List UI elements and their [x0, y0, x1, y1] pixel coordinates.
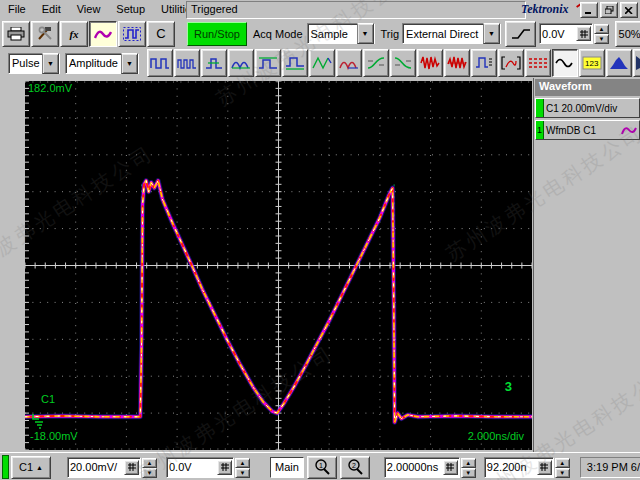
meas-frequency-button[interactable]	[228, 49, 254, 77]
trig-level-stepper: ▲ ▼	[594, 24, 609, 43]
pos-width-icon	[150, 55, 170, 71]
amplitude-icon	[312, 55, 332, 71]
pulse-params-icon	[474, 55, 494, 71]
menu-view[interactable]: View	[69, 1, 109, 18]
acq-mode-select[interactable]: Sample ▼	[307, 23, 375, 44]
vertical-scale-stepper: ▲ ▼	[142, 458, 157, 477]
meas-jitter-pp-button[interactable]	[444, 49, 470, 77]
graticule: 182.0mV -18.00mV 2.000ns/div 3 C1	[25, 81, 532, 450]
meas-burst-width-button[interactable]	[174, 49, 200, 77]
fall-time-icon	[393, 55, 413, 71]
measure-type-select[interactable]: Amplitude ▼	[65, 53, 139, 74]
trig-level-field[interactable]: 0.0V	[539, 23, 593, 44]
spin-down-button[interactable]: ▼	[235, 468, 250, 478]
keypad-icon[interactable]	[124, 460, 139, 475]
vertical-offset-field[interactable]: 0.0V	[166, 457, 234, 478]
spin-down-button[interactable]: ▼	[594, 34, 609, 44]
channel-scale-button[interactable]: C1 20.00mV/div	[535, 98, 640, 118]
restore-button[interactable]	[600, 2, 618, 18]
keypad-icon[interactable]	[537, 460, 552, 475]
keypad-icon[interactable]	[217, 460, 232, 475]
ground-icon	[31, 413, 47, 429]
counter-icon: 123	[582, 55, 602, 71]
trig-slope-icon	[511, 28, 531, 40]
histogram-icon	[609, 55, 629, 71]
acq-mode-label: Acq Mode	[253, 28, 303, 40]
spin-down-button[interactable]: ▼	[142, 468, 157, 478]
chevron-down-icon[interactable]: ▼	[121, 53, 138, 74]
display-mode-group: 123	[524, 49, 640, 77]
meas-cycle-button[interactable]	[336, 49, 362, 77]
menu-file[interactable]: File	[0, 1, 34, 18]
display-vectors-button[interactable]	[525, 49, 551, 77]
display-histogram-button[interactable]	[606, 49, 632, 77]
trig-source-select[interactable]: External Direct ▼	[402, 23, 501, 44]
menu-edit[interactable]: Edit	[34, 1, 69, 18]
gated-waveform-icon	[501, 55, 521, 71]
spin-up-button[interactable]: ▲	[555, 458, 570, 468]
waveform-style-button[interactable]	[89, 21, 117, 47]
display-vert-histogram-button[interactable]	[633, 49, 640, 77]
tektronix-logo: Tektronix	[521, 2, 581, 17]
cursors-button[interactable]: C	[147, 21, 175, 47]
trig-label: Trig	[381, 28, 400, 40]
chevron-down-icon[interactable]: ▼	[357, 23, 374, 44]
math-button[interactable]: fx	[60, 21, 88, 47]
zoom1-button[interactable]: 1	[307, 456, 337, 479]
spin-down-button[interactable]: ▼	[555, 468, 570, 478]
horizontal-scale-field[interactable]: 2.00000ns	[384, 457, 460, 478]
control-bar: C1▲ 20.00mV/ ▲ ▼ 0.0V ▲ ▼ Main 1 2 2.000…	[0, 452, 640, 480]
meas-period-button[interactable]	[201, 49, 227, 77]
svg-text:2: 2	[352, 462, 356, 469]
chevron-down-icon[interactable]: ▼	[42, 53, 59, 74]
marquee-pulse-icon	[123, 27, 141, 41]
rise-time-icon	[366, 55, 386, 71]
horizontal-delay-field[interactable]: 92.200n	[484, 457, 554, 478]
wfmdb-button[interactable]: 1 WfmDB C1	[535, 120, 640, 140]
tools-button[interactable]	[31, 21, 59, 47]
frequency-icon	[231, 55, 251, 71]
svg-text:123: 123	[585, 59, 599, 68]
vectors-icon	[528, 56, 548, 70]
meas-fall-time-button[interactable]	[390, 49, 416, 77]
printer-icon	[7, 27, 25, 41]
print-button[interactable]	[2, 21, 30, 47]
meas-jitter-rms-button[interactable]	[417, 49, 443, 77]
meas-high-level-button[interactable]	[255, 49, 281, 77]
keypad-icon[interactable]	[443, 460, 458, 475]
wfmdb-trace-icon	[621, 124, 637, 136]
channel-select-button[interactable]: C1▲	[11, 456, 51, 479]
meas-low-level-button[interactable]	[282, 49, 308, 77]
vertical-scale-field[interactable]: 20.00mV/	[67, 457, 141, 478]
zoom2-button[interactable]: 2	[340, 456, 370, 479]
tools-icon	[37, 26, 54, 41]
display-counter-button[interactable]: 123	[579, 49, 605, 77]
keypad-icon[interactable]	[576, 26, 591, 41]
meas-gated-region-button[interactable]	[498, 49, 524, 77]
spin-up-button[interactable]: ▲	[235, 458, 250, 468]
run-stop-button[interactable]: Run/Stop	[187, 22, 247, 46]
trig-slope-button[interactable]	[505, 21, 536, 47]
display-sine-button[interactable]	[552, 49, 578, 77]
meas-pulse-params-button[interactable]	[471, 49, 497, 77]
close-button[interactable]	[620, 2, 638, 18]
menu-setup[interactable]: Setup	[108, 1, 153, 18]
set-50-button[interactable]: 50%	[615, 21, 640, 47]
chevron-down-icon[interactable]: ▼	[483, 23, 500, 44]
meas-amplitude-button[interactable]	[309, 49, 335, 77]
spin-up-button[interactable]: ▲	[594, 24, 609, 34]
close-icon	[625, 7, 633, 14]
spin-up-button[interactable]: ▲	[461, 458, 476, 468]
minimize-button[interactable]	[580, 2, 598, 18]
zoom-pulse-button[interactable]	[118, 21, 146, 47]
top-voltage-label: 182.0mV	[28, 82, 72, 94]
measure-category-select[interactable]: Pulse ▼	[8, 53, 60, 74]
timebase-label: 2.000ns/div	[468, 430, 524, 442]
menu-bar: File Edit View Setup Utilities Help Trig…	[0, 0, 640, 20]
horizontal-mode-button[interactable]: Main	[270, 457, 304, 478]
spin-down-button[interactable]: ▼	[461, 468, 476, 478]
waveform-canvas	[25, 81, 532, 450]
meas-pos-width-button[interactable]	[147, 49, 173, 77]
spin-up-button[interactable]: ▲	[142, 458, 157, 468]
meas-rise-time-button[interactable]	[363, 49, 389, 77]
